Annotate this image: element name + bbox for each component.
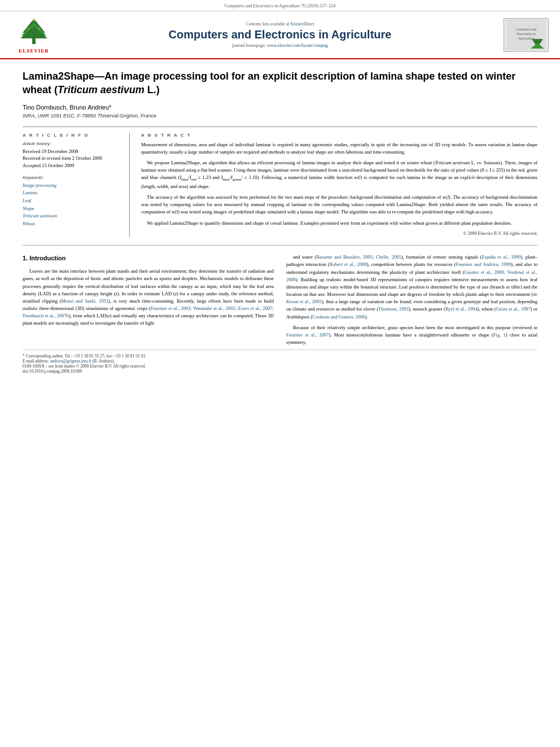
- abstract-p3: The accuracy of the algorithm was assess…: [141, 194, 537, 216]
- section1-title: 1. Introduction: [23, 254, 274, 263]
- svg-text:Agriculture: Agriculture: [518, 37, 534, 40]
- article-info-col: A R T I C L E I N F O Article history: R…: [23, 133, 130, 238]
- ref-dekroon[interactable]: de Kroon et al., 2005: [286, 291, 537, 304]
- ref-thomson[interactable]: Thomson, 1993: [378, 306, 409, 312]
- ref-fig1[interactable]: Fig. 1: [493, 332, 506, 338]
- svg-point-5: [28, 28, 29, 29]
- ref-goins[interactable]: Goins et al., 1997: [496, 306, 530, 312]
- svg-point-6: [39, 28, 40, 29]
- ref-fournier-andrieu[interactable]: Fournier and Andrieu, 1999: [456, 261, 511, 267]
- ref-fournier[interactable]: Fournier et al., 2003; Watanabe et al., …: [23, 305, 274, 318]
- elsevier-tree-icon: [17, 16, 51, 47]
- keyword-triticum: Triticum aestivum: [23, 212, 121, 220]
- email-link[interactable]: andrieu@grignon.inra.fr: [50, 359, 91, 364]
- abstract-text: Measurement of dimensions, area and shap…: [141, 141, 537, 238]
- affiliation: INRA, UMR 1091 EGC, F-78850 Thiverval-Gr…: [23, 113, 537, 119]
- section-divider: [23, 245, 537, 246]
- authors: Tino Dornbusch, Bruno Andrieu*: [23, 104, 537, 111]
- journal-center: Contents lists available at ScienceDirec…: [56, 21, 504, 48]
- copyright: © 2009 Elsevier B.V. All rights reserved…: [141, 230, 537, 237]
- svg-point-4: [33, 20, 35, 21]
- main-content: Lamina2Shape—An image processing tool fo…: [0, 59, 560, 390]
- journal-logo-icon: Computers and Electronics in Agriculture: [506, 19, 546, 50]
- issn-line: 0168-1699/$ – see front matter © 2009 El…: [23, 364, 537, 369]
- body-right-col: and water (Bassette and Bussière, 2005; …: [286, 254, 537, 350]
- article-info-heading: A R T I C L E I N F O: [23, 133, 121, 138]
- keyword-image-processing: Image processing: [23, 182, 121, 190]
- page-wrapper: Computers and Electronics in Agriculture…: [0, 0, 560, 747]
- computed-text: computed: [369, 174, 388, 180]
- ref-bassette[interactable]: Bassette and Bussière, 2005; Chelle, 200…: [316, 254, 401, 260]
- abstract-p1: Measurement of dimensions, area and shap…: [141, 141, 537, 156]
- corresponding-note: * Corresponding author. Tel.: +33 1 30 8…: [23, 353, 537, 359]
- intro-p3: Because of their relatively simple archi…: [286, 324, 537, 347]
- ref-gautier[interactable]: Gautier et al., 2000; Verdenal et al., 2…: [286, 269, 537, 282]
- body-two-col: 1. Introduction Leaves are the main inte…: [23, 254, 537, 350]
- authors-text: Tino Dornbusch, Bruno Andrieu*: [23, 104, 111, 111]
- accepted-date: Accepted 15 October 2009: [23, 162, 121, 169]
- journal-citation: Computers and Electronics in Agriculture…: [0, 0, 560, 11]
- keyword-lamina: Lamina: [23, 189, 121, 197]
- keyword-wheat: Wheat: [23, 220, 121, 228]
- keyword-leaf: Leaf: [23, 197, 121, 205]
- ref-cookson[interactable]: Cookson and Granier, 2006: [312, 314, 365, 320]
- received-date: Received 19 December 2008: [23, 148, 121, 155]
- received-revised-date: Received in revised form 2 October 2009: [23, 155, 121, 162]
- history-label: Article history:: [23, 141, 121, 146]
- ref-ryel[interactable]: Ryel et al., 1994: [445, 306, 478, 312]
- svg-text:Computers and: Computers and: [516, 28, 537, 31]
- abstract-col: A B S T R A C T Measurement of dimension…: [141, 133, 537, 238]
- ref-espana[interactable]: España et al., 1999: [482, 254, 520, 260]
- intro-p2: and water (Bassette and Bussière, 2005; …: [286, 254, 537, 321]
- doi-line: doi:10.1016/j.compag.2009.10.009: [23, 369, 537, 374]
- ref-monsi[interactable]: Monsi and Saeki, 1953: [62, 298, 108, 304]
- email-line: E-mail address: andrieu@grignon.inra.fr …: [23, 359, 537, 364]
- sciencedirect-link[interactable]: ScienceDirect: [290, 21, 314, 27]
- journal-header: ELSEVIER Contents lists available at Sci…: [0, 11, 560, 59]
- journal-citation-text: Computers and Electronics in Agriculture…: [225, 3, 336, 8]
- article-title-text: Lamina2Shape—An image processing tool fo…: [23, 71, 515, 95]
- abstract-heading: A B S T R A C T: [141, 133, 537, 138]
- journal-logo-right: Computers and Electronics in Agriculture: [504, 18, 549, 52]
- homepage-link[interactable]: www.elsevier.com/locate/compag: [267, 43, 328, 48]
- abstract-p4: We applied Lamina2Shape to quantify dime…: [141, 220, 537, 227]
- journal-title: Computers and Electronics in Agriculture: [56, 28, 504, 41]
- journal-homepage: journal homepage: www.elsevier.com/locat…: [56, 43, 504, 48]
- keyword-shape: Shape: [23, 205, 121, 213]
- abstract-p2: We propose Lamina2Shape, an algorithm th…: [141, 159, 537, 190]
- intro-p1: Leaves are the main interface between pl…: [23, 268, 274, 327]
- keywords-label: Keywords:: [23, 175, 121, 180]
- body-left-col: 1. Introduction Leaves are the main inte…: [23, 254, 274, 350]
- elsevier-name: ELSEVIER: [19, 48, 49, 54]
- svg-text:Electronics in: Electronics in: [517, 32, 535, 36]
- sciencedirect-line: Contents lists available at ScienceDirec…: [56, 21, 504, 27]
- article-info-abstract: A R T I C L E I N F O Article history: R…: [23, 126, 537, 238]
- ref-fournier2007[interactable]: Fournier et al., 2007: [286, 332, 329, 338]
- article-title: Lamina2Shape—An image processing tool fo…: [23, 69, 537, 97]
- footer-notes: * Corresponding author. Tel.: +33 1 30 8…: [23, 350, 537, 374]
- ref-robert[interactable]: Robert et al., 2008: [330, 261, 367, 267]
- elsevier-logo: ELSEVIER: [11, 16, 56, 54]
